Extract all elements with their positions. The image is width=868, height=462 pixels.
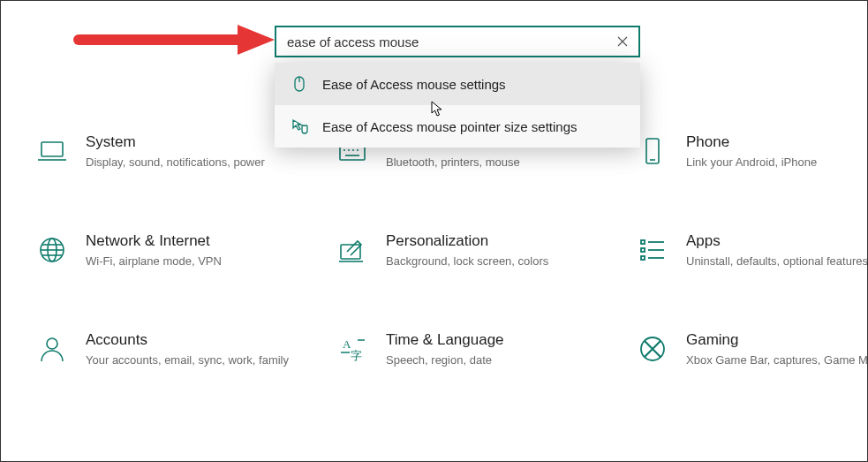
suggestion-mouse-settings[interactable]: Ease of Access mouse settings bbox=[275, 63, 640, 105]
svg-rect-25 bbox=[641, 256, 645, 260]
suggestion-pointer-size[interactable]: Ease of Access mouse pointer size settin… bbox=[275, 105, 640, 148]
tile-title: Time & Language bbox=[386, 331, 504, 349]
svg-point-27 bbox=[47, 338, 57, 349]
tile-subtitle: Wi-Fi, airplane mode, VPN bbox=[86, 254, 222, 269]
svg-rect-21 bbox=[641, 240, 645, 244]
tile-title: Gaming bbox=[686, 331, 868, 349]
settings-search-box[interactable] bbox=[275, 26, 640, 57]
suggestion-label: Ease of Access mouse pointer size settin… bbox=[322, 119, 577, 134]
clear-search-icon[interactable] bbox=[614, 33, 631, 50]
svg-rect-4 bbox=[42, 142, 63, 156]
xbox-icon bbox=[637, 333, 668, 365]
tile-phone[interactable]: Phone Link your Android, iPhone bbox=[637, 133, 868, 170]
tile-personalization[interactable]: Personalization Background, lock screen,… bbox=[336, 232, 619, 269]
suggestion-label: Ease of Access mouse settings bbox=[322, 77, 506, 92]
mouse-icon bbox=[291, 75, 308, 93]
language-icon: A 字 bbox=[336, 333, 368, 365]
tile-subtitle: Speech, region, date bbox=[386, 352, 504, 368]
tile-title: System bbox=[86, 133, 265, 151]
tile-subtitle: Display, sound, notifications, power bbox=[86, 155, 265, 170]
svg-text:字: 字 bbox=[351, 349, 362, 362]
tile-gaming[interactable]: Gaming Xbox Game Bar, captures, Game Mod… bbox=[637, 331, 868, 368]
tile-title: Personalization bbox=[386, 232, 548, 250]
person-icon bbox=[36, 333, 68, 365]
tile-title: Accounts bbox=[86, 331, 289, 349]
tile-subtitle: Xbox Game Bar, captures, Game Mode bbox=[686, 352, 868, 368]
tile-title: Apps bbox=[686, 232, 868, 250]
search-input[interactable] bbox=[287, 34, 614, 49]
tile-title: Phone bbox=[686, 133, 817, 151]
svg-rect-19 bbox=[341, 245, 360, 259]
tile-subtitle: Link your Android, iPhone bbox=[686, 155, 817, 170]
tile-time-language[interactable]: A 字 Time & Language Speech, region, date bbox=[336, 331, 619, 368]
globe-icon bbox=[36, 234, 68, 266]
phone-icon bbox=[637, 135, 668, 167]
apps-list-icon bbox=[637, 234, 668, 266]
laptop-icon bbox=[36, 135, 68, 167]
tile-subtitle: Your accounts, email, sync, work, family bbox=[86, 352, 289, 368]
tile-subtitle: Background, lock screen, colors bbox=[386, 254, 548, 269]
annotation-arrow bbox=[72, 22, 275, 57]
svg-marker-1 bbox=[238, 25, 275, 55]
svg-rect-6 bbox=[340, 146, 365, 160]
tile-subtitle: Bluetooth, printers, mouse bbox=[386, 155, 520, 170]
paintbrush-icon bbox=[336, 234, 368, 266]
tile-accounts[interactable]: Accounts Your accounts, email, sync, wor… bbox=[36, 331, 319, 368]
cursor-hand-icon bbox=[291, 117, 308, 135]
search-suggestions: Ease of Access mouse settings Ease of Ac… bbox=[275, 63, 640, 148]
tile-title: Network & Internet bbox=[86, 232, 222, 250]
tile-apps[interactable]: Apps Uninstall, defaults, optional featu… bbox=[637, 232, 868, 269]
tile-network[interactable]: Network & Internet Wi-Fi, airplane mode,… bbox=[36, 232, 319, 269]
svg-rect-23 bbox=[641, 248, 645, 252]
tile-subtitle: Uninstall, defaults, optional features bbox=[686, 254, 868, 269]
